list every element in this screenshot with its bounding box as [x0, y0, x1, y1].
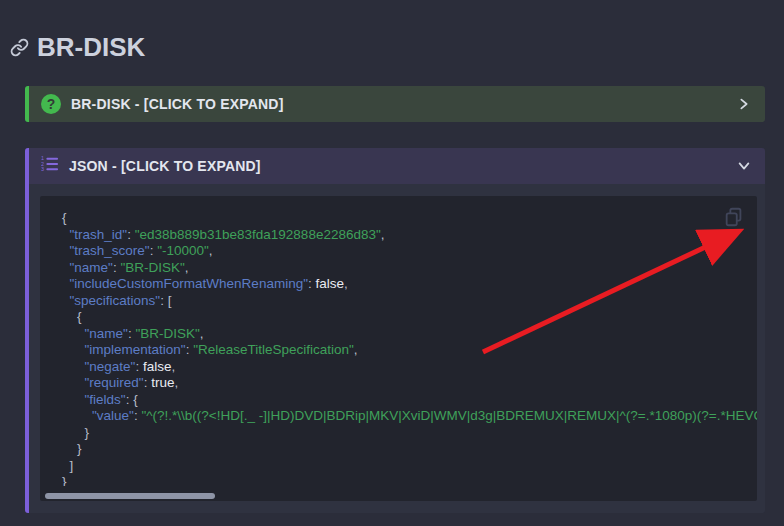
- chevron-right-icon: [737, 97, 751, 111]
- code-line: "fields": {: [62, 392, 757, 409]
- json-code: { "trash_id": "ed38b889b31be83fda192888e…: [40, 196, 757, 486]
- code-line: "trash_id": "ed38b889b31be83fda192888e22…: [62, 227, 757, 244]
- section-help: ? BR-DISK - [CLICK TO EXPAND]: [25, 86, 765, 122]
- code-line: "trash_score": "-10000",: [62, 243, 757, 260]
- copy-icon: [723, 206, 745, 228]
- code-line: }: [62, 474, 757, 486]
- code-line: {: [62, 210, 757, 227]
- json-section-header[interactable]: 1 2 3 JSON - [CLICK TO EXPAND]: [25, 148, 765, 184]
- json-codeblock: { "trash_id": "ed38b889b31be83fda192888e…: [40, 196, 757, 501]
- code-line: "specifications": [: [62, 293, 757, 310]
- copy-button[interactable]: [723, 206, 745, 228]
- code-line: "required": true,: [62, 375, 757, 392]
- page-title: BR-DISK: [10, 32, 145, 63]
- code-line: "value": "^(?!.*\\b((?<!HD[._ -]|HD)DVD|…: [62, 408, 757, 425]
- ordered-list-icon: 1 2 3: [41, 156, 59, 176]
- code-line: "implementation": "ReleaseTitleSpecifica…: [62, 342, 757, 359]
- link-icon: [10, 38, 29, 57]
- help-section-label: BR-DISK - [CLICK TO EXPAND]: [71, 96, 727, 112]
- page-title-text: BR-DISK: [37, 32, 145, 63]
- horizontal-scrollbar[interactable]: [40, 492, 757, 501]
- code-line: ]: [62, 458, 757, 475]
- json-section-body: { "trash_id": "ed38b889b31be83fda192888e…: [25, 184, 765, 513]
- code-line: "includeCustomFormatWhenRenaming": false…: [62, 276, 757, 293]
- chevron-down-icon: [737, 159, 751, 173]
- svg-text:3: 3: [41, 166, 44, 172]
- code-line: "name": "BR-DISK",: [62, 326, 757, 343]
- question-circle-icon: ?: [41, 94, 61, 114]
- json-section-label: JSON - [CLICK TO EXPAND]: [69, 158, 727, 174]
- code-line: "negate": false,: [62, 359, 757, 376]
- help-section-header[interactable]: ? BR-DISK - [CLICK TO EXPAND]: [25, 86, 765, 122]
- section-json: 1 2 3 JSON - [CLICK TO EXPAND] { "trash_…: [25, 148, 765, 513]
- scrollbar-thumb[interactable]: [45, 493, 215, 499]
- code-line: }: [62, 441, 757, 458]
- code-line: "name": "BR-DISK",: [62, 260, 757, 277]
- code-line: }: [62, 425, 757, 442]
- code-line: {: [62, 309, 757, 326]
